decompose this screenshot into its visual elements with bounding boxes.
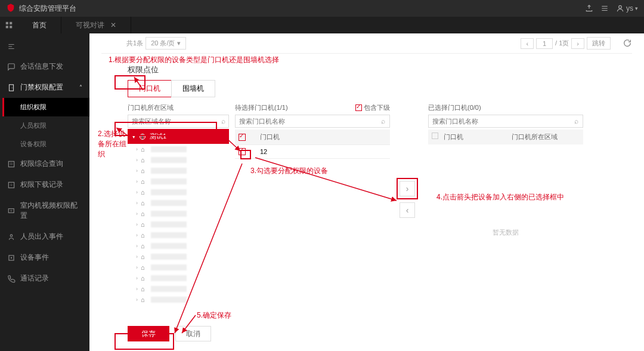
tree-root[interactable]: ▾ 测试1 xyxy=(128,129,229,144)
page-next[interactable]: › xyxy=(571,38,584,49)
select-all-checkbox[interactable] xyxy=(239,134,246,141)
refresh-icon[interactable] xyxy=(613,38,632,49)
tree-child[interactable]: ›⌂ xyxy=(134,219,229,230)
col3-search[interactable]: ⌕ xyxy=(428,115,583,128)
tree-child[interactable]: ›⌂ xyxy=(134,208,229,219)
radio-tab-wall[interactable]: 围墙机 xyxy=(171,80,215,97)
tree-child[interactable]: ›⌂ xyxy=(134,176,229,187)
svg-point-13 xyxy=(11,257,12,258)
house-icon: ⌂ xyxy=(141,232,148,239)
tree-child[interactable]: ›⌂ xyxy=(134,144,229,155)
svg-rect-9 xyxy=(8,209,14,213)
search-icon[interactable]: ⌕ xyxy=(569,117,583,125)
page-input[interactable]: 1 xyxy=(536,38,553,49)
house-icon: ⌂ xyxy=(141,253,148,260)
page-prev[interactable]: ‹ xyxy=(521,38,534,49)
sidebar-item-person-event[interactable]: 人员出入事件 xyxy=(0,226,89,247)
col3-h1: 门口机 xyxy=(444,133,512,141)
tab-intercom[interactable]: 可视对讲 ✕ xyxy=(61,17,131,33)
col2-header: 门口机 xyxy=(260,133,280,141)
svg-rect-7 xyxy=(8,161,14,167)
svg-rect-2 xyxy=(10,22,12,24)
app-title: 综合安防管理平台 xyxy=(19,4,76,14)
tree-child[interactable]: ›⌂ xyxy=(134,294,229,305)
col3-h2: 门口机所在区域 xyxy=(512,133,580,141)
transfer-left-button[interactable]: ‹ xyxy=(400,202,415,218)
include-sub-check[interactable]: 包含下级 xyxy=(355,103,390,112)
apps-icon[interactable] xyxy=(0,17,18,33)
empty-text: 暂无数据 xyxy=(428,144,583,321)
tree-child[interactable]: ›⌂ xyxy=(134,262,229,273)
sidebar-sub-device[interactable]: 设备权限 xyxy=(2,135,89,153)
house-icon: ⌂ xyxy=(141,242,148,250)
tree-child[interactable]: ›⌂ xyxy=(134,165,229,176)
annotation-1: 1.根据要分配权限的设备类型是门口机还是围墙机选择 xyxy=(109,55,279,65)
sidebar-item-access[interactable]: 门禁权限配置 ˄ xyxy=(0,77,89,98)
house-icon: ⌂ xyxy=(141,210,148,217)
col1-search[interactable]: ⌕ xyxy=(128,115,229,128)
transfer-right-button[interactable]: › xyxy=(400,181,415,196)
cancel-button[interactable]: 取消 xyxy=(175,326,211,341)
col2-search[interactable]: ⌕ xyxy=(235,115,390,128)
row-checkbox[interactable] xyxy=(239,148,246,155)
user-menu[interactable]: ys ▾ xyxy=(616,4,638,13)
svg-rect-3 xyxy=(6,26,8,28)
tree-child[interactable]: ›⌂ xyxy=(134,155,229,165)
svg-point-6 xyxy=(12,87,13,88)
col1-title: 门口机所在区域 xyxy=(128,103,174,112)
page-jump[interactable]: 跳转 xyxy=(587,37,611,50)
house-icon: ⌂ xyxy=(141,275,148,282)
sidebar-item-session[interactable]: 会话信息下发 xyxy=(0,56,89,77)
sidebar-item-query[interactable]: 权限综合查询 xyxy=(0,153,89,174)
checkbox-icon xyxy=(355,104,362,111)
tab-home[interactable]: 首页 xyxy=(18,17,61,33)
sidebar-item-call[interactable]: 通话记录 xyxy=(0,268,89,289)
search-input[interactable] xyxy=(429,115,569,127)
search-input[interactable] xyxy=(236,115,376,127)
globe-icon xyxy=(139,133,146,140)
close-icon[interactable]: ✕ xyxy=(110,21,116,29)
tree-child[interactable]: ›⌂ xyxy=(134,230,229,241)
total-label: 共1条 xyxy=(126,39,143,48)
svg-point-10 xyxy=(11,210,12,211)
search-input[interactable] xyxy=(128,115,218,127)
menu-icon[interactable] xyxy=(600,4,609,13)
house-icon: ⌂ xyxy=(141,167,148,174)
sidebar-item-download[interactable]: 权限下载记录 xyxy=(0,174,89,195)
tree-child[interactable]: ›⌂ xyxy=(134,273,229,284)
tree-child[interactable]: ›⌂ xyxy=(134,284,229,294)
sidebar-sub-org[interactable]: 组织权限 xyxy=(2,98,89,116)
page-total: / 1页 xyxy=(555,39,569,48)
select-all-checkbox[interactable] xyxy=(432,133,438,139)
tree-child[interactable]: ›⌂ xyxy=(134,187,229,198)
svg-point-11 xyxy=(10,234,13,236)
col3-title: 已选择门口机(0/0) xyxy=(428,103,481,112)
annotation-2: 2.选择设备所在组织 xyxy=(98,129,131,159)
col2-title: 待选择门口机(1/1) xyxy=(235,103,288,112)
house-icon: ⌂ xyxy=(141,285,148,292)
radio-tab-door[interactable]: 门口机 xyxy=(128,80,172,97)
svg-point-0 xyxy=(619,5,622,8)
search-icon[interactable]: ⌕ xyxy=(218,117,228,125)
tree-child[interactable]: ›⌂ xyxy=(134,241,229,251)
svg-rect-1 xyxy=(6,22,8,24)
house-icon: ⌂ xyxy=(141,146,148,153)
save-button[interactable]: 保存 xyxy=(128,326,169,341)
house-icon: ⌂ xyxy=(141,296,148,303)
tree-child[interactable]: ›⌂ xyxy=(134,198,229,208)
row-name: 12 xyxy=(260,148,267,155)
house-icon: ⌂ xyxy=(141,264,148,271)
search-icon[interactable]: ⌕ xyxy=(376,117,389,125)
list-row[interactable]: 12 xyxy=(235,145,390,159)
per-page-select[interactable]: 20 条/页 ▾ xyxy=(145,37,185,50)
sidebar-collapse[interactable] xyxy=(0,37,89,56)
sidebar-item-device-event[interactable]: 设备事件 xyxy=(0,247,89,268)
house-icon: ⌂ xyxy=(141,178,148,185)
sidebar-item-indoor[interactable]: 室内机视频权限配置 xyxy=(0,195,89,226)
sidebar-sub-person[interactable]: 人员权限 xyxy=(2,116,89,135)
section-title: 权限点位 xyxy=(128,64,632,75)
tree-child[interactable]: ›⌂ xyxy=(134,251,229,262)
export-icon[interactable] xyxy=(585,4,593,13)
svg-rect-5 xyxy=(10,84,14,91)
chevron-up-icon: ˄ xyxy=(79,84,82,91)
